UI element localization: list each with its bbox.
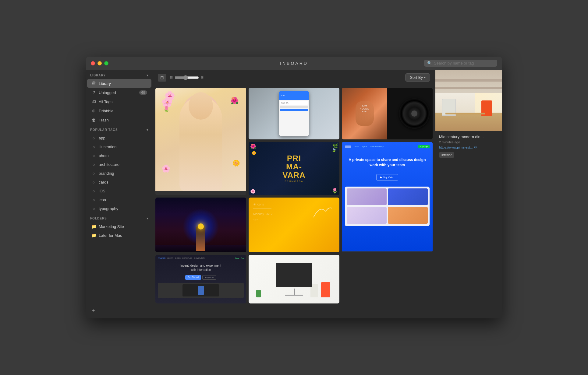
dribbble-icon: ⊕ xyxy=(91,108,96,113)
gallery-item-phone[interactable]: Call Neatle S.A. xyxy=(249,88,339,139)
zoom-min-icon: ⊡ xyxy=(170,75,173,79)
main-content: LIBRARY ▾ 🏛 Library ? Untagged 60 🏷 All … xyxy=(86,70,502,318)
external-link-icon: ⊙ xyxy=(474,145,477,149)
tag-bullet-icon: ◇ xyxy=(91,180,96,184)
sidebar-item-tag-icon[interactable]: ◇icon xyxy=(87,195,151,204)
sidebar-bottom: + xyxy=(86,303,153,318)
right-panel: Mid century modern din... 2 minutes ago … xyxy=(435,70,502,318)
chevron-down-icon: ▾ xyxy=(147,74,148,77)
tag-bullet-icon: ◇ xyxy=(91,144,96,149)
sidebar-item-tag-architecture[interactable]: ◇architecture xyxy=(87,160,151,169)
tags-list: ◇app◇illustration◇photo◇architecture◇bra… xyxy=(86,133,153,213)
tag-bullet-icon: ◇ xyxy=(91,162,96,167)
sidebar-item-dribbble[interactable]: ⊕ Dribbble xyxy=(87,107,151,115)
traffic-lights xyxy=(91,61,108,65)
detail-url[interactable]: https://www.pinterest... ⊙ xyxy=(439,145,498,149)
tag-bullet-icon: ◇ xyxy=(91,206,96,211)
question-icon: ? xyxy=(91,90,96,95)
titlebar: INBOARD 🔍 xyxy=(86,57,502,70)
chevron-down-icon-sort: ▾ xyxy=(424,76,426,79)
tag-bullet-icon: ◇ xyxy=(91,135,96,140)
tag-bullet-icon: ◇ xyxy=(91,171,96,176)
gallery-item-yellow-planner[interactable]: ☀ icons Monday 31/12 11° xyxy=(249,198,339,252)
popular-tags-header: POPULAR TAGS ▾ xyxy=(86,124,153,133)
chevron-down-icon-folders: ▾ xyxy=(147,217,148,220)
library-section-header: LIBRARY ▾ xyxy=(86,70,153,79)
gallery-item-workspace[interactable] xyxy=(249,255,339,303)
detail-image xyxy=(435,70,502,131)
gallery-item-primavara[interactable]: PRIMA-VARA FRUMOASA 🌺 🌿 🌸 🌷 🌼 🍃 xyxy=(249,142,339,195)
app-title: INBOARD xyxy=(280,61,308,66)
minimize-button[interactable] xyxy=(97,61,102,65)
maximize-button[interactable] xyxy=(104,61,108,65)
sidebar-item-trash[interactable]: 🗑 Trash xyxy=(87,116,151,124)
sidebar-item-folder-marketing-site[interactable]: 📁Marketing Site xyxy=(87,222,151,231)
zoom-max-icon: ⊞ xyxy=(201,75,204,79)
grid-view-button[interactable]: ⊞ xyxy=(158,74,166,82)
search-input[interactable] xyxy=(434,61,494,65)
gallery-item-inboard-blue[interactable]: TourAppsWe're hiring! Sign Up A private … xyxy=(342,142,433,252)
library-icon: 🏛 xyxy=(91,81,96,86)
sidebar-item-tag-branding[interactable]: ◇branding xyxy=(87,169,151,177)
zoom-slider-container: ⊡ ⊞ xyxy=(170,75,204,80)
gallery-grid: 🌸 🌺 🌷 🌸 🌼 Call xyxy=(155,88,433,303)
sidebar: LIBRARY ▾ 🏛 Library ? Untagged 60 🏷 All … xyxy=(86,70,153,318)
sidebar-item-alltags[interactable]: 🏷 All Tags xyxy=(87,97,151,106)
gallery-item-lighthouse[interactable] xyxy=(155,198,246,252)
tag-bullet-icon: ◇ xyxy=(91,153,96,158)
add-button[interactable]: + xyxy=(90,306,96,315)
search-container: 🔍 xyxy=(424,60,497,67)
close-button[interactable] xyxy=(91,61,95,65)
gallery-item-fashion[interactable]: 🌸 🌺 🌷 🌸 🌼 xyxy=(155,88,246,195)
sidebar-item-library[interactable]: 🏛 Library xyxy=(87,79,151,88)
detail-title: Mid century modern din... xyxy=(439,135,498,139)
sidebar-item-untagged[interactable]: ? Untagged 60 xyxy=(87,88,151,97)
gallery-item-album[interactable]: I AMNOONIEBAO xyxy=(342,88,433,139)
sidebar-item-tag-cards[interactable]: ◇cards xyxy=(87,178,151,186)
app-window: INBOARD 🔍 LIBRARY ▾ 🏛 Library ? Untagged… xyxy=(86,57,502,318)
detail-time: 2 minutes ago xyxy=(439,140,498,144)
sort-by-button[interactable]: Sort By ▾ xyxy=(405,73,430,82)
sidebar-item-tag-typography[interactable]: ◇typography xyxy=(87,204,151,213)
gallery-scroll[interactable]: 🌸 🌺 🌷 🌸 🌼 Call xyxy=(153,85,435,318)
zoom-slider[interactable] xyxy=(175,75,199,80)
search-icon: 🔍 xyxy=(427,61,432,65)
chevron-down-icon-tags: ▾ xyxy=(147,128,148,131)
tag-icon: 🏷 xyxy=(91,99,96,104)
tag-chip-interior[interactable]: interior xyxy=(439,152,454,158)
untagged-badge: 60 xyxy=(139,90,147,95)
folder-icon: 📁 xyxy=(91,224,96,229)
sidebar-item-tag-iOS[interactable]: ◇iOS xyxy=(87,187,151,195)
folders-list: 📁Marketing Site📁Later for Mac xyxy=(86,222,153,240)
detail-info: Mid century modern din... 2 minutes ago … xyxy=(435,131,502,161)
gallery-item-framer[interactable]: FRAMER LEARNDOCSEXAMPLESCOMMUNITY Free P… xyxy=(155,255,246,303)
sidebar-item-folder-later-for-mac[interactable]: 📁Later for Mac xyxy=(87,231,151,240)
trash-icon: 🗑 xyxy=(91,117,96,122)
tag-bullet-icon: ◇ xyxy=(91,188,96,193)
view-toggle: ⊞ xyxy=(158,74,166,82)
detail-tags: interior xyxy=(439,152,498,158)
tag-bullet-icon: ◇ xyxy=(91,197,96,202)
folder-icon: 📁 xyxy=(91,233,96,238)
main-area: ⊞ ⊡ ⊞ Sort By ▾ xyxy=(153,70,435,318)
sidebar-item-tag-illustration[interactable]: ◇illustration xyxy=(87,142,151,151)
folders-section-header: FOLDERS ▾ xyxy=(86,213,153,222)
sidebar-item-tag-photo[interactable]: ◇photo xyxy=(87,151,151,160)
toolbar: ⊞ ⊡ ⊞ Sort By ▾ xyxy=(153,70,435,85)
sidebar-item-tag-app[interactable]: ◇app xyxy=(87,134,151,142)
